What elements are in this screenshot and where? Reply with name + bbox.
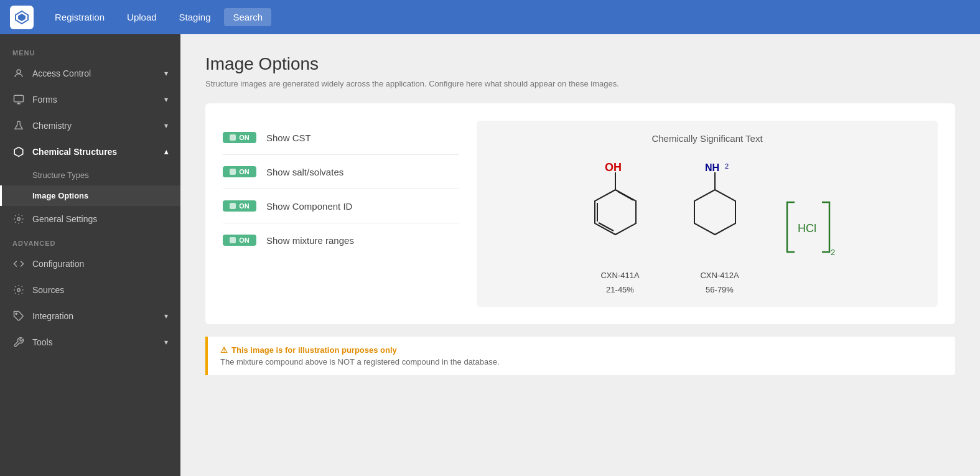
options-card: ON Show CST ON Show salt/solvates — [205, 103, 955, 324]
svg-text:2: 2 — [725, 162, 729, 170]
person-icon — [12, 67, 25, 80]
svg-text:HCl: HCl — [798, 222, 816, 235]
svg-text:OH: OH — [605, 161, 622, 174]
nav-links: Registration Upload Staging Search — [46, 8, 271, 26]
toggle-label: ON — [239, 202, 250, 210]
toggle-dot — [230, 169, 236, 175]
warning-title: ⚠ This image is for illustration purpose… — [220, 345, 943, 355]
molecule-range-411a: 21-45% — [606, 285, 634, 294]
warning-icon: ⚠ — [220, 345, 228, 355]
toggle-label: ON — [239, 168, 250, 175]
molecule-label-411a: CXN-411A — [600, 271, 639, 280]
toggle-show-salt[interactable]: ON — [223, 166, 256, 177]
sidebar-item-general-settings[interactable]: General Settings — [0, 206, 180, 232]
toggle-show-cst[interactable]: ON — [223, 132, 256, 143]
option-show-cst: ON Show CST — [223, 121, 459, 155]
toggle-show-component-id[interactable]: ON — [223, 200, 256, 212]
sidebar-subitem-image-options[interactable]: Image Options — [0, 185, 180, 206]
option-show-component-id: ON Show Component ID — [223, 189, 459, 223]
toggle-label: ON — [239, 134, 250, 141]
toggle-dot — [230, 237, 236, 243]
molecule-cxn-411a: OH — [577, 154, 664, 294]
chevron-down-icon: ▾ — [164, 69, 168, 78]
sidebar-item-label: Access Control — [32, 68, 91, 78]
options-panel: ON Show CST ON Show salt/solvates — [223, 121, 459, 307]
sidebar-item-label: Configuration — [32, 259, 84, 269]
toggle-show-mixture-ranges[interactable]: ON — [223, 235, 256, 246]
sidebar-item-forms[interactable]: Forms ▾ — [0, 86, 180, 113]
chevron-down-icon: ▾ — [164, 95, 168, 104]
svg-point-7 — [17, 218, 21, 221]
sprocket-icon — [12, 284, 25, 296]
advanced-section-label: ADVANCED — [0, 232, 180, 251]
sidebar-item-label: General Settings — [32, 214, 97, 224]
sidebar-item-chemistry[interactable]: Chemistry ▾ — [0, 113, 180, 139]
chevron-down-icon: ▾ — [164, 312, 168, 320]
page-title: Image Options — [205, 54, 955, 74]
sidebar-item-label: Tools — [32, 337, 53, 347]
svg-marker-19 — [694, 190, 735, 235]
preview-title: Chemically Significant Text — [651, 133, 762, 144]
warning-text: The mixture compound above is NOT a regi… — [220, 357, 943, 366]
cyclohexylamine-svg: NH 2 — [676, 154, 763, 266]
option-label-show-component-id: Show Component ID — [266, 201, 352, 212]
chevron-down-icon: ▾ — [164, 338, 168, 347]
monitor-icon — [12, 93, 25, 106]
svg-rect-3 — [14, 95, 24, 102]
sidebar-item-configuration[interactable]: Configuration — [0, 251, 180, 277]
svg-point-2 — [17, 70, 21, 73]
sidebar-item-label: Forms — [32, 95, 57, 105]
phenol-svg: OH — [577, 154, 664, 266]
preview-panel: Chemically Significant Text OH — [477, 121, 938, 307]
gear-icon — [12, 213, 25, 225]
svg-line-15 — [618, 192, 633, 200]
toggle-dot — [230, 203, 236, 209]
hexagon-icon — [12, 146, 25, 158]
warning-box: ⚠ This image is for illustration purpose… — [205, 337, 955, 375]
puzzle-icon — [12, 310, 25, 322]
svg-marker-12 — [595, 190, 636, 235]
sidebar-item-access-control[interactable]: Access Control ▾ — [0, 60, 180, 86]
page-subtitle: Structure images are generated widely ac… — [205, 79, 955, 88]
sidebar-subitem-structure-types[interactable]: Structure Types — [0, 165, 180, 185]
sidebar-item-tools[interactable]: Tools ▾ — [0, 329, 180, 355]
svg-marker-6 — [14, 147, 23, 157]
sidebar-item-label: Chemistry — [32, 121, 72, 131]
wrench-icon — [12, 336, 25, 348]
svg-text:NH: NH — [705, 162, 719, 173]
app-logo — [10, 6, 34, 29]
toggle-label: ON — [239, 236, 250, 244]
svg-marker-1 — [18, 14, 26, 21]
chevron-up-icon: ▴ — [164, 147, 168, 156]
svg-text:2: 2 — [831, 248, 835, 257]
chevron-down-icon: ▾ — [164, 121, 168, 130]
code-icon — [12, 258, 25, 270]
molecule-cxn-412a: NH 2 CXN-412A 56-79% — [676, 154, 763, 294]
nav-search[interactable]: Search — [224, 8, 271, 26]
sidebar-item-label: Integration — [32, 311, 73, 321]
hcl-svg: HCl 2 — [776, 168, 838, 280]
toggle-dot — [230, 134, 236, 141]
molecules-row: OH — [489, 154, 925, 294]
nav-staging[interactable]: Staging — [170, 8, 220, 26]
sidebar-item-sources[interactable]: Sources — [0, 277, 180, 303]
svg-point-8 — [17, 289, 21, 292]
sidebar-item-integration[interactable]: Integration ▾ — [0, 303, 180, 329]
nav-upload[interactable]: Upload — [118, 8, 166, 26]
option-label-show-mixture-ranges: Show mixture ranges — [266, 235, 354, 246]
sidebar-item-chemical-structures[interactable]: Chemical Structures ▴ — [0, 139, 180, 165]
sidebar-item-label: Sources — [32, 285, 64, 295]
svg-point-9 — [16, 313, 17, 314]
warning-title-text: This image is for illustration purposes … — [231, 345, 397, 355]
option-show-salt: ON Show salt/solvates — [223, 155, 459, 189]
menu-section-label: MENU — [0, 42, 180, 60]
molecule-label-412a: CXN-412A — [700, 271, 739, 280]
sidebar-item-label: Chemical Structures — [32, 147, 117, 157]
top-nav: Registration Upload Staging Search — [0, 0, 980, 34]
molecule-range-412a: 56-79% — [706, 285, 734, 294]
main-content: Image Options Structure images are gener… — [180, 34, 980, 476]
option-show-mixture-ranges: ON Show mixture ranges — [223, 223, 459, 257]
nav-registration[interactable]: Registration — [46, 8, 113, 26]
flask-icon — [12, 119, 25, 132]
sidebar: MENU Access Control ▾ Forms ▾ — [0, 34, 180, 476]
